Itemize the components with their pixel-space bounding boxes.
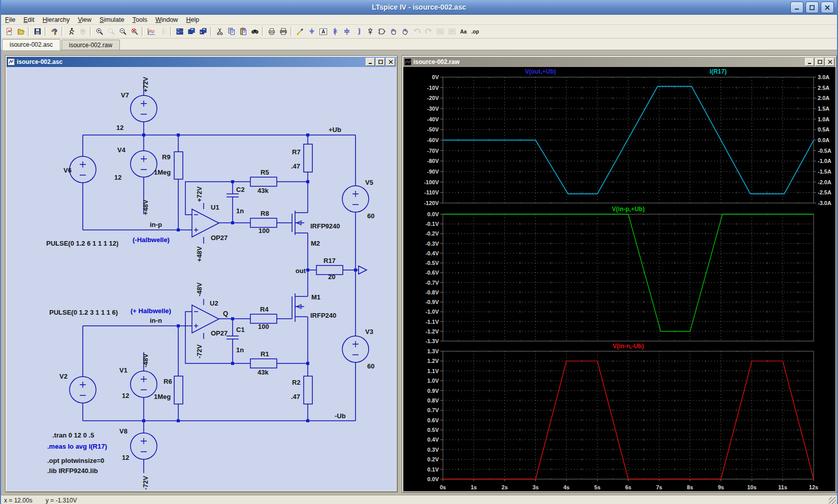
- tab-waveform[interactable]: isource-002.raw: [61, 40, 120, 50]
- resistor-button[interactable]: [329, 26, 341, 37]
- voltage-source-symbol[interactable]: [131, 151, 157, 177]
- run-button[interactable]: [65, 26, 77, 37]
- menu-item-help[interactable]: Help: [182, 16, 203, 24]
- component-M2-pmos[interactable]: [292, 211, 304, 235]
- new-schematic-button[interactable]: [3, 26, 15, 37]
- diode-button[interactable]: [364, 26, 376, 37]
- paste-button[interactable]: [237, 26, 249, 37]
- wire-junction: [142, 133, 145, 137]
- zoom-in-button[interactable]: [93, 26, 105, 37]
- print-preview-button[interactable]: [266, 26, 277, 37]
- resistor-symbol[interactable]: [174, 376, 183, 404]
- app-minimize-button[interactable]: [790, 2, 803, 13]
- cut-icon: [216, 27, 224, 36]
- menu-item-simulate[interactable]: Simulate: [95, 16, 128, 24]
- resize-grip[interactable]: [829, 497, 836, 504]
- schematic-canvas[interactable]: V712+72VV6V412+48VR91Megin-p(-Halbwelle)…: [7, 67, 396, 491]
- schematic-wires[interactable]: [83, 81, 359, 473]
- resistor-symbol[interactable]: [250, 177, 277, 186]
- save-button[interactable]: [31, 26, 43, 37]
- resistor-symbol[interactable]: [250, 359, 277, 368]
- resistor-symbol[interactable]: [250, 314, 277, 323]
- schematic-label: V5: [365, 179, 373, 186]
- waveform-maximize-button[interactable]: [815, 58, 824, 66]
- undo-icon: [413, 27, 421, 36]
- control-panel-button[interactable]: [48, 26, 60, 37]
- schematic-close-button[interactable]: [386, 58, 395, 66]
- voltage-source-symbol[interactable]: [342, 186, 369, 212]
- component-U1-opamp[interactable]: [192, 209, 219, 237]
- capacitor-button[interactable]: [341, 26, 352, 37]
- menu-item-window[interactable]: Window: [151, 16, 182, 24]
- text-button[interactable]: Aa: [458, 26, 469, 37]
- output-port-arrow[interactable]: [359, 266, 367, 274]
- app-maximize-button[interactable]: [805, 2, 819, 13]
- capacitor-icon: [343, 27, 351, 36]
- waveform-close-button[interactable]: [825, 58, 834, 66]
- schematic-minimize-button[interactable]: [366, 58, 375, 66]
- waveform-minimize-button[interactable]: [805, 58, 814, 66]
- voltage-sources[interactable]: [70, 95, 369, 459]
- component-icon: [378, 27, 386, 36]
- spice-directive-button[interactable]: .op: [469, 26, 481, 37]
- undo-button: [411, 26, 423, 37]
- voltage-source-symbol[interactable]: [70, 156, 96, 183]
- tile-vertical-icon: [187, 27, 196, 36]
- voltage-source-symbol[interactable]: [131, 95, 157, 122]
- menu-item-edit[interactable]: Edit: [19, 16, 39, 24]
- voltage-source-symbol[interactable]: [131, 433, 157, 459]
- zoom-out-button[interactable]: [117, 26, 128, 37]
- voltage-source-symbol[interactable]: [70, 377, 96, 403]
- find-button[interactable]: [249, 26, 261, 37]
- voltage-source-symbol[interactable]: [342, 336, 369, 362]
- schematic-window-titlebar[interactable]: isource-002.asc: [7, 57, 396, 67]
- open-button[interactable]: [15, 26, 26, 37]
- y-axis-right-tick-label: 1.5A: [818, 106, 829, 112]
- component-U2-opamp[interactable]: [192, 305, 219, 333]
- copy-button[interactable]: [225, 26, 237, 37]
- ground-button[interactable]: [306, 26, 317, 37]
- menu-item-file[interactable]: File: [1, 16, 19, 24]
- menu-item-hierarchy[interactable]: Hierarchy: [39, 16, 74, 24]
- trace-legend-label[interactable]: V(out,+Ub): [525, 68, 556, 75]
- resistors[interactable]: [174, 144, 343, 404]
- wire-button[interactable]: [294, 26, 306, 37]
- app-titlebar[interactable]: LTspice IV - isource-002.asc: [1, 0, 837, 15]
- waveform-plot[interactable]: 0V-10V-20V-30V-40V-50V-60V-70V-80V-90V-1…: [403, 67, 835, 491]
- waveform-window-titlebar[interactable]: isource-002.raw: [403, 57, 835, 67]
- toolbar-separator: [45, 27, 47, 36]
- resistor-symbol[interactable]: [304, 376, 312, 404]
- schematic-label: V3: [365, 328, 373, 335]
- menu-item-tools[interactable]: Tools: [128, 16, 151, 24]
- trace-legend-label[interactable]: V(in-n,-Ub): [613, 343, 643, 350]
- trace-legend-label[interactable]: V(in-p,+Ub): [612, 206, 644, 213]
- cut-button[interactable]: [214, 26, 225, 37]
- component-button[interactable]: [376, 26, 388, 37]
- schematic-label: -48V: [196, 282, 203, 296]
- resistor-symbol[interactable]: [250, 218, 277, 227]
- move-button[interactable]: [388, 26, 399, 37]
- tab-schematic[interactable]: isource-002.asc: [2, 39, 60, 50]
- x-axis-tick-label: 8s: [687, 484, 693, 490]
- menu-item-view[interactable]: View: [74, 16, 95, 24]
- resistor-symbol[interactable]: [174, 152, 183, 179]
- drag-button[interactable]: [399, 26, 411, 37]
- schematic-label: OP27: [211, 234, 228, 242]
- tile-vertical-button[interactable]: [185, 26, 197, 37]
- schematic-label: -Ub: [335, 412, 346, 420]
- label-net-button[interactable]: A: [317, 26, 329, 37]
- autorange-button[interactable]: [145, 26, 157, 37]
- voltage-source-symbol[interactable]: [131, 371, 157, 397]
- inductor-button[interactable]: [352, 26, 364, 37]
- schematic-label: OP27: [211, 329, 228, 337]
- tile-horizontal-button[interactable]: [174, 26, 185, 37]
- print-button[interactable]: [277, 26, 289, 37]
- component-M1-nmos[interactable]: [292, 293, 304, 322]
- schematic-maximize-button[interactable]: [376, 58, 385, 66]
- trace-legend-label[interactable]: I(R17): [710, 68, 726, 75]
- zoom-full-button[interactable]: [128, 26, 140, 37]
- app-close-button[interactable]: [821, 2, 834, 13]
- resistor-symbol[interactable]: [304, 144, 312, 172]
- menu-bar: FileEditHierarchyViewSimulateToolsWindow…: [1, 15, 837, 25]
- cascade-button[interactable]: [197, 26, 209, 37]
